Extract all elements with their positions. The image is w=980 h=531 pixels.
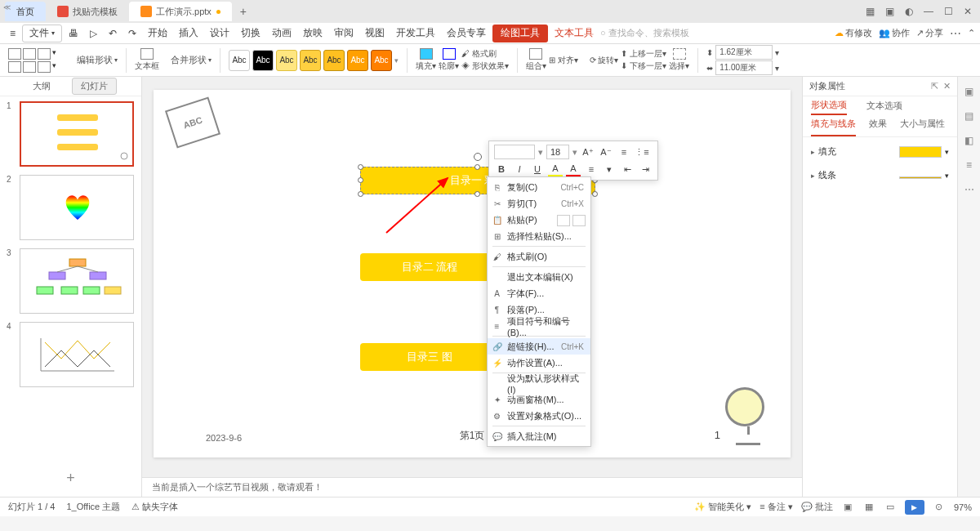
home-tab[interactable]: 首页 bbox=[5, 2, 46, 21]
fill-dropdown[interactable]: 填充▾ bbox=[416, 48, 436, 72]
send-backward-dropdown[interactable]: ⬇ 下移一层▾ bbox=[621, 60, 666, 72]
file-menu[interactable]: 文件▾ bbox=[22, 25, 62, 42]
strip-style-icon[interactable]: ▤ bbox=[963, 109, 976, 123]
more-icon[interactable]: ⋯ bbox=[950, 27, 961, 40]
comments-toggle[interactable]: 💬 批注 bbox=[801, 501, 833, 513]
menu-drawtool[interactable]: 绘图工具 bbox=[492, 25, 548, 42]
ctx-exit-text[interactable]: 退出文本编辑(X) bbox=[488, 269, 590, 285]
shapes-gallery[interactable]: ▾ ▾ bbox=[5, 44, 69, 76]
indent-icon[interactable]: ⇥ bbox=[638, 162, 653, 176]
maximize-icon[interactable]: ☐ bbox=[941, 4, 956, 19]
paste-opt-1-icon[interactable] bbox=[557, 215, 570, 226]
menu-transition[interactable]: 切换 bbox=[236, 25, 265, 42]
collapse-ribbon-icon[interactable]: ⌃ bbox=[968, 28, 975, 38]
resize-handle[interactable] bbox=[358, 177, 363, 183]
line-spacing-icon[interactable]: ≡ bbox=[617, 145, 631, 159]
changes-button[interactable]: ☁ 有修改 bbox=[835, 27, 872, 39]
category-box-2[interactable]: 目录二 流程 bbox=[360, 253, 499, 281]
ctx-obj-format[interactable]: ⚙设置对象格式(O)... bbox=[488, 408, 590, 424]
ctx-set-default[interactable]: 设为默认形状样式(I) bbox=[488, 375, 590, 391]
style-preset-4[interactable]: Abc bbox=[300, 50, 321, 71]
shape-options-tab[interactable]: 形状选项 bbox=[811, 99, 847, 115]
style-preset-3[interactable]: Abc bbox=[276, 50, 297, 71]
ctx-insert-comment[interactable]: 💬插入批注(M) bbox=[488, 428, 590, 444]
width-input[interactable]: 11.00厘米 bbox=[715, 60, 773, 75]
fit-icon[interactable]: ⊙ bbox=[933, 501, 946, 514]
notes-bar[interactable]: 当前是插入一个综艺节目视频，敬请观看！ bbox=[142, 477, 802, 497]
slides-tab[interactable]: 幻灯片 bbox=[72, 78, 117, 95]
menu-insert[interactable]: 插入 bbox=[174, 25, 203, 42]
slide-canvas[interactable]: ABC 目录一 彩虹 目录二 流程 目录三 图 2023-9-6 第 bbox=[154, 90, 791, 457]
textbox-button[interactable]: 文本框 bbox=[135, 48, 159, 72]
slideshow-play-button[interactable]: ▶ bbox=[905, 500, 924, 515]
view-sorter-icon[interactable]: ▦ bbox=[862, 501, 875, 514]
menu-slideshow[interactable]: 放映 bbox=[298, 25, 327, 42]
font-size-dropdown[interactable]: 18 bbox=[546, 145, 569, 159]
menu-devtools[interactable]: 开发工具 bbox=[391, 25, 440, 42]
redo-icon[interactable]: ↷ bbox=[123, 25, 141, 42]
add-slide-button[interactable]: + bbox=[0, 460, 141, 497]
group-dropdown[interactable]: 组合▾ bbox=[526, 48, 546, 72]
style-preset-2[interactable]: Abc bbox=[252, 50, 274, 71]
height-input[interactable]: 1.62厘米 bbox=[715, 45, 773, 60]
bold-icon[interactable]: B bbox=[494, 162, 509, 176]
ctx-hyperlink[interactable]: 🔗超链接(H)...Ctrl+K bbox=[488, 338, 590, 355]
merge-shape-dropdown[interactable]: 合并形状▾ bbox=[171, 54, 212, 66]
slide-thumb-4[interactable] bbox=[20, 322, 134, 387]
ctx-format-painter[interactable]: 🖌格式刷(O) bbox=[488, 248, 590, 265]
italic-icon[interactable]: I bbox=[512, 162, 527, 176]
bullets-icon[interactable]: ⋮≡ bbox=[635, 145, 649, 159]
app-menu-icon[interactable]: ≡ bbox=[5, 25, 20, 42]
beautify-button[interactable]: ✨ 智能美化 ▾ bbox=[694, 501, 751, 513]
category-box-3[interactable]: 目录三 图 bbox=[360, 343, 499, 371]
collab-button[interactable]: 👥 协作 bbox=[879, 27, 910, 39]
slide-thumb-3[interactable] bbox=[20, 248, 134, 314]
menu-texttool[interactable]: 文本工具 bbox=[550, 25, 599, 42]
document-tab[interactable]: 工作演示.pptx bbox=[129, 2, 232, 21]
menu-view[interactable]: 视图 bbox=[360, 25, 390, 42]
font-color-icon[interactable]: A bbox=[566, 162, 581, 176]
effect-subtab[interactable]: 效果 bbox=[869, 118, 887, 136]
style-preset-6[interactable]: Abc bbox=[347, 50, 368, 71]
resize-handle[interactable] bbox=[358, 191, 363, 197]
expand-icon[interactable]: ▸ bbox=[811, 148, 815, 156]
undo-icon[interactable]: ↶ bbox=[104, 25, 122, 42]
ctx-bullets[interactable]: ≡项目符号和编号(B)... bbox=[488, 318, 590, 334]
style-preset-1[interactable]: Abc bbox=[229, 50, 250, 71]
shape-arrow-icon[interactable] bbox=[38, 48, 51, 60]
select-dropdown[interactable]: 选择▾ bbox=[669, 48, 689, 72]
format-painter-button[interactable]: 🖌 格式刷 bbox=[461, 48, 509, 60]
line-style-swatch[interactable] bbox=[899, 176, 942, 179]
resize-handle[interactable] bbox=[474, 191, 480, 197]
menu-start[interactable]: 开始 bbox=[143, 25, 172, 42]
missing-font-button[interactable]: ⚠ 缺失字体 bbox=[131, 501, 178, 513]
user-icon[interactable]: ◐ bbox=[902, 4, 916, 19]
align-dropdown[interactable]: ⊞ 对齐▾ bbox=[549, 55, 578, 66]
panel-close-icon[interactable]: ✕ bbox=[943, 81, 951, 91]
style-preset-5[interactable]: Abc bbox=[323, 50, 345, 71]
preview-icon[interactable]: ▷ bbox=[85, 25, 102, 42]
resize-handle[interactable] bbox=[474, 164, 480, 170]
underline-icon[interactable]: U bbox=[530, 162, 545, 176]
minimize-icon[interactable]: — bbox=[921, 4, 936, 19]
strip-format-icon[interactable]: ◧ bbox=[963, 134, 976, 147]
ctx-font[interactable]: A字体(F)... bbox=[488, 285, 590, 301]
shape-curve-icon[interactable] bbox=[23, 61, 36, 73]
menu-animation[interactable]: 动画 bbox=[267, 25, 296, 42]
ctx-paste-special[interactable]: ⊞选择性粘贴(S)... bbox=[488, 228, 590, 244]
slide-thumb-1[interactable] bbox=[20, 101, 134, 167]
font-name-dropdown[interactable] bbox=[494, 145, 535, 159]
rotate-dropdown[interactable]: ⟳ 旋转▾ bbox=[590, 55, 619, 66]
line-row[interactable]: ▸线条▾ bbox=[811, 169, 949, 181]
fill-row[interactable]: ▸填充▾ bbox=[811, 145, 949, 158]
strip-more-icon[interactable]: ⋯ bbox=[963, 183, 976, 196]
add-tab-button[interactable]: + bbox=[232, 5, 255, 18]
bring-forward-dropdown[interactable]: ⬆ 上移一层▾ bbox=[621, 48, 666, 60]
outline-tab[interactable]: 大纲 bbox=[24, 78, 59, 94]
shape-effect-dropdown[interactable]: ◈ 形状效果▾ bbox=[461, 60, 509, 72]
share-button[interactable]: ↗ 分享 bbox=[916, 27, 943, 39]
ctx-paste[interactable]: 📋粘贴(P) bbox=[488, 212, 590, 228]
increase-font-icon[interactable]: A⁺ bbox=[581, 145, 595, 159]
outline-dropdown[interactable]: 轮廓▾ bbox=[439, 48, 459, 72]
shape-rect-icon[interactable] bbox=[23, 48, 36, 60]
